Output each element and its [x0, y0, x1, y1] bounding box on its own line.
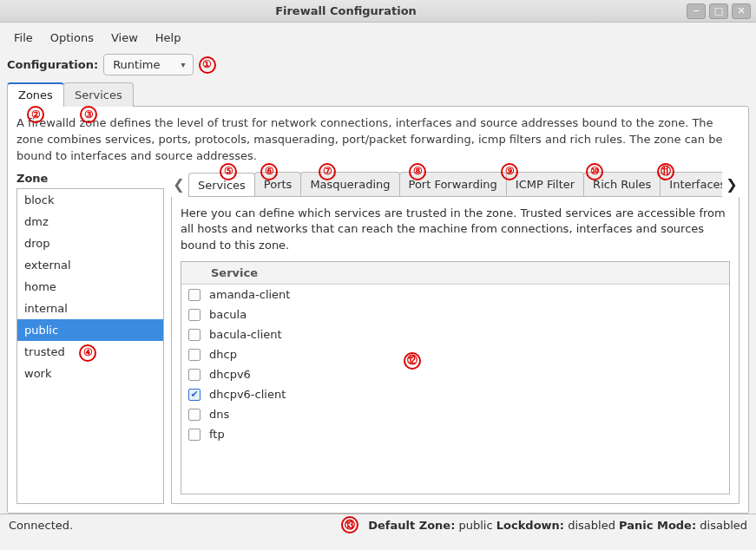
zones-panel: A firewalld zone defines the level of tr…: [7, 106, 749, 514]
zone-item-home[interactable]: home: [17, 276, 163, 298]
annotation-13: ⑬: [341, 516, 358, 534]
menu-view[interactable]: View: [104, 28, 145, 48]
annotation-4: ④: [79, 344, 96, 362]
service-name: dns: [209, 408, 229, 421]
service-name: dhcpv6: [209, 368, 251, 381]
close-button[interactable]: ✕: [732, 3, 751, 19]
chevron-down-icon: ▾: [181, 60, 185, 69]
lockdown-value: disabled: [568, 519, 615, 532]
zone-item-dmz[interactable]: dmz: [17, 211, 163, 232]
default-zone-label: Default Zone:: [368, 519, 455, 532]
service-row[interactable]: ✔dhcpv6-client: [181, 384, 729, 404]
service-name: bacula: [209, 308, 247, 321]
menu-help[interactable]: Help: [148, 28, 188, 48]
tab-zones[interactable]: Zones: [7, 82, 64, 107]
zone-heading: Zone: [16, 172, 164, 185]
panic-mode-value: disabled: [700, 519, 747, 532]
service-row[interactable]: dhcp: [181, 344, 729, 364]
menu-options[interactable]: Options: [43, 28, 101, 48]
service-name: ftp: [209, 428, 225, 441]
status-right: Default Zone: public Lockdown: disabled …: [368, 519, 747, 532]
service-checkbox[interactable]: [188, 429, 201, 441]
tab-services[interactable]: Services: [63, 82, 134, 107]
service-checkbox[interactable]: [188, 369, 201, 381]
zone-item-public[interactable]: public: [17, 319, 163, 341]
service-row[interactable]: amanda-client: [181, 285, 729, 304]
service-checkbox[interactable]: [188, 349, 201, 361]
scroll-left-button[interactable]: ❮: [171, 173, 187, 195]
configuration-select[interactable]: Runtime ▾: [103, 54, 193, 75]
annotation-1: ①: [199, 56, 216, 74]
annotation-3: ③: [80, 106, 97, 123]
minimize-button[interactable]: ─: [687, 3, 706, 19]
annotation-10: ⑩: [586, 163, 603, 180]
annotation-5: ⑤: [220, 163, 237, 180]
zone-list-section: Zone blockdmzdropexternalhomeinternalpub…: [16, 172, 164, 504]
zone-item-external[interactable]: external: [17, 254, 163, 276]
inner-tab-icmp-filter[interactable]: ICMP Filter: [506, 172, 584, 196]
annotation-2: ②: [27, 106, 44, 123]
services-table[interactable]: Service amanda-clientbaculabacula-client…: [181, 261, 730, 494]
annotation-12: ⑫: [404, 352, 421, 370]
service-checkbox[interactable]: [188, 289, 201, 301]
zones-description: A firewalld zone defines the level of tr…: [16, 115, 740, 165]
configuration-value: Runtime: [113, 58, 160, 71]
services-column-header: Service: [181, 262, 729, 285]
annotation-11: ⑪: [657, 163, 674, 180]
maximize-button[interactable]: □: [709, 3, 728, 19]
service-checkbox[interactable]: ✔: [188, 389, 201, 401]
service-row[interactable]: bacula-client: [181, 324, 729, 344]
window-title: Firewall Configuration: [5, 4, 687, 17]
inner-tab-masquerading[interactable]: Masquerading: [300, 172, 399, 196]
menu-bar: File Options View Help: [0, 23, 756, 53]
main-tabs: Zones Services: [7, 82, 749, 107]
zone-detail-section: ❮ Services Ports Masquerading Port Forwa…: [171, 172, 740, 504]
title-bar: Firewall Configuration ─ □ ✕: [0, 0, 756, 23]
zone-item-internal[interactable]: internal: [17, 298, 163, 319]
annotation-6: ⑥: [260, 163, 278, 180]
service-checkbox[interactable]: [188, 409, 201, 421]
panic-mode-label: Panic Mode:: [619, 519, 696, 532]
menu-file[interactable]: File: [7, 28, 40, 48]
annotation-9: ⑨: [501, 163, 518, 180]
service-checkbox[interactable]: [188, 309, 201, 321]
window-controls: ─ □ ✕: [687, 3, 751, 19]
scroll-right-button[interactable]: ❯: [724, 173, 740, 195]
configuration-row: Configuration: Runtime ▾ ①: [0, 53, 756, 82]
main-tab-container: Zones Services ② ③ A firewalld zone defi…: [0, 82, 756, 514]
service-row[interactable]: dhcpv6: [181, 364, 729, 384]
service-name: amanda-client: [209, 288, 290, 301]
zone-item-block[interactable]: block: [17, 189, 163, 211]
service-name: dhcp: [209, 348, 237, 361]
services-panel: Here you can define which services are t…: [171, 197, 740, 504]
service-row[interactable]: dns: [181, 404, 729, 424]
service-name: dhcpv6-client: [209, 388, 286, 401]
service-name: bacula-client: [209, 328, 282, 341]
status-bar: Connected. ⑬ Default Zone: public Lockdo…: [0, 514, 756, 536]
inner-tabs-row: ❮ Services Ports Masquerading Port Forwa…: [171, 172, 740, 197]
services-description: Here you can define which services are t…: [181, 206, 730, 255]
default-zone-value: public: [459, 519, 493, 532]
configuration-label: Configuration:: [7, 58, 98, 71]
service-row[interactable]: bacula: [181, 304, 729, 324]
zone-item-drop[interactable]: drop: [17, 232, 163, 254]
annotation-7: ⑦: [319, 163, 336, 180]
service-row[interactable]: ftp: [181, 424, 729, 444]
lockdown-label: Lockdown:: [496, 519, 564, 532]
annotation-8: ⑧: [409, 163, 426, 180]
status-connected: Connected.: [9, 519, 351, 532]
zone-item-work[interactable]: work: [17, 363, 163, 384]
service-checkbox[interactable]: [188, 329, 201, 341]
